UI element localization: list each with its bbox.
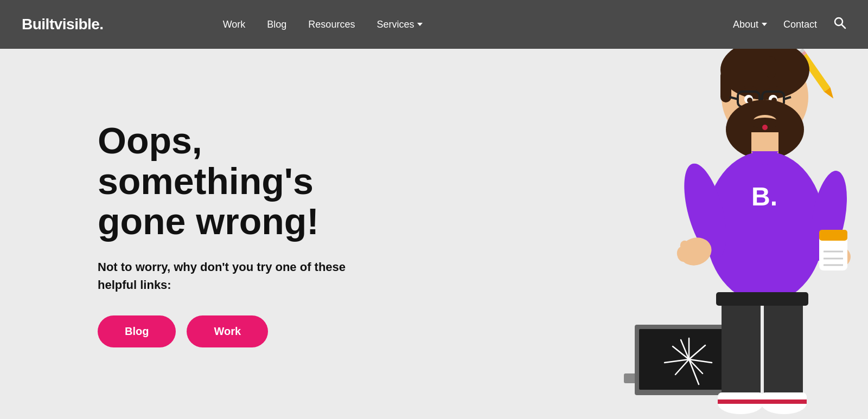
hero-section: Oops, something's gone wrong! Not to wor… bbox=[0, 49, 868, 419]
nav-resources[interactable]: Resources bbox=[308, 19, 355, 30]
svg-rect-55 bbox=[718, 392, 763, 406]
nav-about[interactable]: About bbox=[733, 19, 767, 30]
hero-content: Oops, something's gone wrong! Not to wor… bbox=[0, 88, 380, 380]
chevron-down-icon-about bbox=[762, 23, 767, 26]
svg-rect-59 bbox=[761, 399, 807, 404]
svg-rect-36 bbox=[751, 132, 778, 154]
svg-rect-52 bbox=[764, 292, 803, 401]
character-illustration: B. bbox=[646, 49, 852, 419]
site-logo[interactable]: Builtvisible. bbox=[22, 16, 104, 33]
hero-subtext: Not to worry, why don't you try one of t… bbox=[98, 258, 380, 294]
nav-links: Work Blog Resources Services bbox=[223, 19, 733, 30]
svg-rect-58 bbox=[761, 392, 807, 406]
svg-rect-51 bbox=[722, 292, 761, 401]
svg-rect-21 bbox=[766, 56, 776, 78]
blog-button[interactable]: Blog bbox=[98, 315, 176, 347]
hero-buttons: Blog Work bbox=[98, 315, 380, 347]
svg-text:B.: B. bbox=[751, 182, 777, 211]
svg-rect-53 bbox=[716, 292, 808, 306]
chevron-down-icon bbox=[417, 23, 423, 26]
nav-contact[interactable]: Contact bbox=[783, 19, 817, 30]
hero-heading: Oops, something's gone wrong! bbox=[98, 120, 380, 242]
navbar: Builtvisible. Work Blog Resources Servic… bbox=[0, 0, 868, 49]
search-icon[interactable] bbox=[833, 16, 846, 33]
nav-work[interactable]: Work bbox=[223, 19, 246, 30]
svg-rect-47 bbox=[819, 230, 847, 241]
svg-rect-56 bbox=[718, 399, 763, 404]
work-button[interactable]: Work bbox=[187, 315, 268, 347]
nav-blog[interactable]: Blog bbox=[267, 19, 286, 30]
svg-line-1 bbox=[842, 25, 846, 29]
nav-services[interactable]: Services bbox=[376, 19, 423, 30]
nav-right: About Contact bbox=[733, 16, 846, 33]
svg-point-35 bbox=[762, 125, 768, 130]
